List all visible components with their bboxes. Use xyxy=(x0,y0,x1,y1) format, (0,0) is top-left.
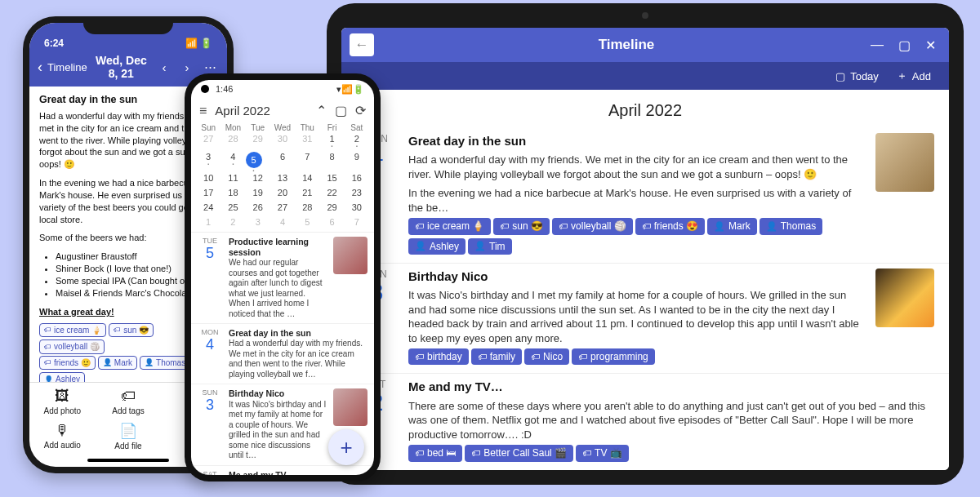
calendar-day[interactable]: 20 xyxy=(270,188,295,197)
sync-icon[interactable]: ⟳ xyxy=(355,103,366,118)
calendar-day[interactable]: 3 xyxy=(196,152,220,168)
calendar-day[interactable]: 30 xyxy=(270,134,295,147)
calendar-day[interactable]: 4 xyxy=(220,152,245,168)
add-file-button[interactable]: 📄Add file xyxy=(96,422,162,450)
maximize-icon[interactable]: ▢ xyxy=(898,38,911,53)
calendar-day[interactable]: 26 xyxy=(246,202,270,212)
tag-chip[interactable]: Better Call Saul 🎬 xyxy=(465,445,573,461)
calendar-day[interactable]: 29 xyxy=(319,202,344,212)
calendar-day[interactable]: 13 xyxy=(270,173,295,183)
calendar-day[interactable]: 15 xyxy=(319,173,344,183)
calendar-day[interactable]: 28 xyxy=(295,202,319,212)
calendar-day[interactable]: 23 xyxy=(345,188,369,197)
calendar-day[interactable]: 4 xyxy=(270,217,295,227)
add-tags-button[interactable]: 🏷Add tags xyxy=(96,388,162,415)
entry-text: Productive learning sessionWe had our re… xyxy=(229,237,327,319)
tag-chip[interactable]: birthday xyxy=(408,348,469,365)
list-item[interactable]: MON4Great day in the sunHad a wonderful … xyxy=(191,324,374,384)
tag-chip[interactable]: bed 🛏 xyxy=(408,445,462,461)
tag-chip[interactable]: TV 📺 xyxy=(576,445,629,461)
calendar-day[interactable]: 5 xyxy=(246,152,262,168)
back-button[interactable]: ← xyxy=(350,33,374,56)
tag-chip[interactable]: family xyxy=(471,348,522,365)
tag-chip[interactable]: Thomas xyxy=(760,218,822,234)
calendar-month[interactable]: April 2022 xyxy=(215,104,308,118)
tag-chip[interactable]: Mark xyxy=(98,356,137,371)
calendar-day[interactable]: 29 xyxy=(246,134,270,147)
tag-chip[interactable]: Nico xyxy=(524,348,569,365)
calendar-day[interactable]: 19 xyxy=(246,188,270,197)
calendar-day[interactable]: 3 xyxy=(246,217,270,227)
calendar-day[interactable]: 14 xyxy=(295,173,319,183)
calendar-day[interactable]: 31 xyxy=(295,134,319,147)
today-icon[interactable]: ▢ xyxy=(335,103,347,118)
menu-icon[interactable]: ≡ xyxy=(199,104,207,118)
next-day-button[interactable]: › xyxy=(178,60,196,74)
calendar-day[interactable]: 6 xyxy=(319,217,344,227)
fab-add-entry[interactable]: + xyxy=(328,429,364,465)
calendar-day[interactable]: 6 xyxy=(270,152,295,168)
calendar-day[interactable]: 7 xyxy=(295,152,319,168)
tag-chip[interactable]: sun 😎 xyxy=(109,323,154,338)
tablet-page: April 2022 MON4Great day in the sunHad a… xyxy=(341,90,949,470)
calendar-day[interactable]: 11 xyxy=(220,173,245,183)
calendar-day[interactable]: 28 xyxy=(220,134,245,147)
tag-chip[interactable]: Mark xyxy=(707,218,757,234)
list-item[interactable]: SAT2Me and my TV…There are some of these… xyxy=(191,466,374,476)
calendar-day[interactable]: 27 xyxy=(270,202,295,212)
calendar-day[interactable]: 1 xyxy=(196,217,220,227)
calendar-day[interactable]: 24 xyxy=(196,202,220,212)
calendar-day[interactable]: 30 xyxy=(345,202,369,212)
calendar-day[interactable]: 10 xyxy=(196,173,220,183)
calendar-day[interactable]: 22 xyxy=(319,188,344,197)
android-device: 1:46 ▾📶🔋 ≡ April 2022 ⌃ ▢ ⟳ SunMonTueWed… xyxy=(185,73,381,481)
entry-content: Me and my TV…There are some of these day… xyxy=(408,379,934,461)
tag-chip[interactable]: Tim xyxy=(468,238,512,255)
dow-label: Thu xyxy=(295,123,319,132)
list-item[interactable]: TUE5Productive learning sessionWe had ou… xyxy=(191,233,374,324)
calendar-day[interactable]: 9 xyxy=(345,152,369,168)
calendar-day[interactable]: 25 xyxy=(220,202,245,212)
calendar-day[interactable]: 2 xyxy=(220,217,245,227)
calendar-day[interactable]: 12 xyxy=(246,173,270,183)
calendar-day[interactable]: 8 xyxy=(319,152,344,168)
back-label[interactable]: Timeline xyxy=(47,61,87,73)
tag-chip[interactable]: friends 🙂 xyxy=(39,356,96,371)
add-button[interactable]: ＋Add xyxy=(897,69,931,83)
calendar-day[interactable]: 17 xyxy=(196,188,220,197)
tag-chip[interactable]: volleyball 🏐 xyxy=(552,218,633,234)
entry-title: Great day in the sun xyxy=(408,133,864,149)
dow-label: Sat xyxy=(345,123,369,132)
timeline-row[interactable]: MON4Great day in the sunHad a wonderful … xyxy=(341,128,949,264)
collapse-month-icon[interactable]: ⌃ xyxy=(316,103,327,118)
calendar-day[interactable]: 2 xyxy=(345,134,369,147)
calendar-day[interactable]: 16 xyxy=(345,173,369,183)
today-button[interactable]: ▢Today xyxy=(835,70,879,82)
timeline-row[interactable]: SAT2Me and my TV…There are some of these… xyxy=(341,374,949,470)
back-chevron-icon[interactable]: ‹ xyxy=(38,59,42,76)
add-audio-button[interactable]: 🎙Add audio xyxy=(29,422,96,450)
tag-chip[interactable]: Thomas xyxy=(140,356,190,371)
minimize-icon[interactable]: — xyxy=(871,38,884,53)
tag-chip[interactable]: sun 😎 xyxy=(493,218,550,234)
prev-day-button[interactable]: ‹ xyxy=(155,60,173,74)
calendar-day[interactable]: 27 xyxy=(196,134,220,147)
calendar-day[interactable]: 7 xyxy=(345,217,369,227)
tag-chip[interactable]: volleyball 🏐 xyxy=(39,339,105,354)
plus-icon: ＋ xyxy=(897,69,907,83)
calendar-day[interactable]: 1 xyxy=(319,134,344,147)
timeline-row[interactable]: SUN3Birthday NicoIt was Nico's birthday … xyxy=(341,264,949,375)
tag-chip[interactable]: Ashley xyxy=(408,238,466,255)
add-photo-button[interactable]: 🖼Add photo xyxy=(29,388,96,415)
calendar-dow-row: SunMonTueWedThuFriSat xyxy=(191,123,374,132)
calendar-day[interactable]: 21 xyxy=(295,188,319,197)
tag-chip[interactable]: Ashley xyxy=(39,372,85,382)
close-icon[interactable]: ✕ xyxy=(925,38,936,53)
tag-chip[interactable]: programming xyxy=(572,348,655,365)
calendar-day[interactable]: 18 xyxy=(220,188,245,197)
more-menu-icon[interactable]: ⋯ xyxy=(201,60,219,74)
tag-chip[interactable]: ice cream 🍦 xyxy=(39,323,106,338)
calendar-day[interactable]: 5 xyxy=(295,217,319,227)
tag-chip[interactable]: ice cream 🍦 xyxy=(408,218,491,234)
tag-chip[interactable]: friends 😍 xyxy=(635,218,705,234)
